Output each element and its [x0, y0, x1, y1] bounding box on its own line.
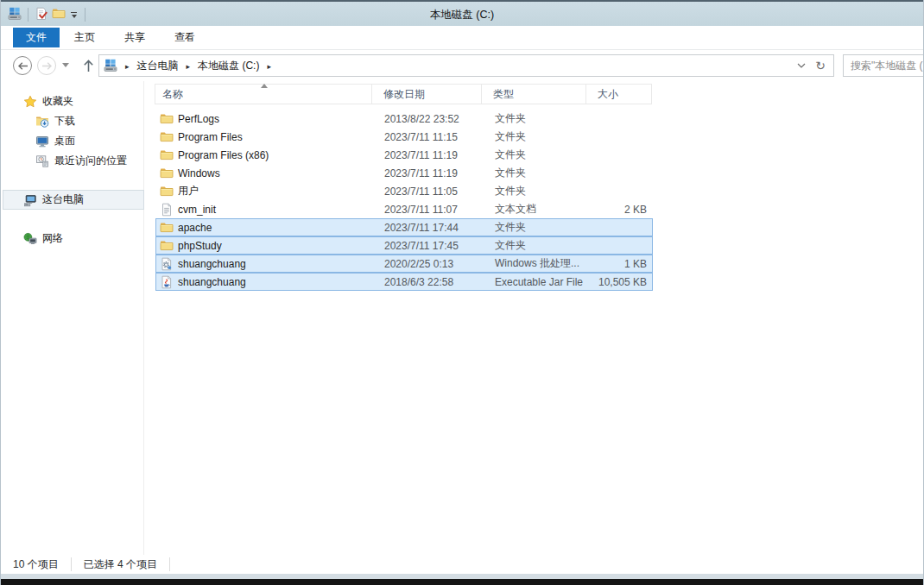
file-type: Windows 批处理...	[484, 256, 589, 271]
file-type: 文件夹	[484, 111, 589, 126]
breadcrumb-separator-icon: ▸	[180, 62, 197, 71]
folder-icon	[160, 167, 174, 180]
file-date: 2023/7/11 17:44	[373, 222, 484, 234]
navigation-pane: 收藏夹下载桌面最近访问的位置这台电脑网络	[1, 81, 144, 555]
breadcrumb-segment[interactable]: 这台电脑	[136, 60, 180, 72]
breadcrumb-segment[interactable]: 本地磁盘 (C:)	[196, 60, 261, 72]
file-rows: PerfLogs2013/8/22 23:52文件夹Program Files2…	[155, 110, 653, 291]
file-type: Executable Jar File	[484, 276, 589, 288]
forward-button[interactable]	[37, 56, 56, 75]
file-name: shuangchuang	[178, 258, 246, 270]
file-name: shuangchuang	[178, 276, 246, 288]
tab-file[interactable]: 文件	[13, 28, 60, 47]
file-type: 文件夹	[484, 129, 589, 144]
sidebar-item-label: 桌面	[54, 134, 75, 148]
file-name: Windows	[178, 167, 220, 179]
folder-icon	[160, 112, 174, 126]
column-header[interactable]: 修改日期	[371, 84, 482, 104]
file-size: 10,505 KB	[589, 276, 652, 288]
recent-places-icon	[35, 154, 49, 168]
explorer-window: 本地磁盘 (C:) 文件主页共享查看 ▸这台电脑▸本地磁盘 (C:)▸ ↻ 搜索…	[0, 0, 924, 585]
file-type: 文件夹	[484, 220, 589, 235]
file-date: 2020/2/25 0:13	[373, 258, 484, 270]
file-name: PerfLogs	[178, 113, 219, 125]
file-row[interactable]: 用户2023/7/11 11:05文件夹	[155, 182, 653, 200]
sidebar-item-label: 下载	[54, 114, 75, 129]
column-header-row: 名称修改日期类型大小	[155, 84, 652, 104]
file-type: 文件夹	[484, 148, 589, 162]
file-row[interactable]: cvm_init2023/7/11 11:07文本文档2 KB	[155, 200, 653, 218]
column-header[interactable]: 大小	[585, 84, 652, 104]
items-count: 10 个项目	[1, 557, 71, 572]
folder-icon	[160, 130, 174, 144]
file-date: 2023/7/11 17:45	[373, 240, 484, 252]
file-date: 2018/6/3 22:58	[373, 276, 484, 288]
address-dropdown-chevron-icon[interactable]	[789, 63, 813, 68]
up-button[interactable]	[79, 56, 98, 75]
batch-file-icon	[160, 257, 174, 271]
status-bar: 10 个项目 已选择 4 个项目	[1, 555, 923, 574]
text-file-icon	[160, 203, 174, 217]
file-row[interactable]: Program Files2023/7/11 11:15文件夹	[155, 128, 653, 146]
file-name: 用户	[178, 184, 199, 198]
file-date: 2023/7/11 11:05	[373, 186, 484, 198]
jar-file-icon	[160, 275, 174, 289]
downloads-icon	[35, 115, 49, 129]
column-header[interactable]: 名称	[155, 84, 372, 104]
refresh-icon[interactable]: ↻	[813, 59, 833, 72]
taskbar-edge	[1, 579, 923, 585]
titlebar: 本地磁盘 (C:)	[1, 0, 923, 26]
tab-view[interactable]: 查看	[160, 28, 210, 47]
file-size: 1 KB	[589, 258, 652, 270]
sidebar-item[interactable]: 桌面	[1, 131, 143, 151]
tab-share[interactable]: 共享	[110, 28, 160, 47]
breadcrumb-separator-icon: ▸	[261, 62, 277, 71]
column-header[interactable]: 类型	[481, 84, 586, 104]
sidebar-item[interactable]: 下载	[1, 111, 143, 131]
navigation-bar: ▸这台电脑▸本地磁盘 (C:)▸ ↻ 搜索"本地磁盘 (	[1, 50, 923, 81]
file-name: cvm_init	[178, 204, 216, 216]
main-area: 收藏夹下载桌面最近访问的位置这台电脑网络 名称修改日期类型大小 PerfLogs…	[1, 81, 923, 555]
sidebar-item[interactable]: 最近访问的位置	[1, 151, 143, 171]
file-row[interactable]: apache2023/7/11 17:44文件夹	[155, 218, 653, 236]
folder-icon	[160, 239, 174, 253]
file-row[interactable]: phpStudy2023/7/11 17:45文件夹	[155, 236, 653, 255]
file-type: 文件夹	[484, 238, 589, 253]
file-type: 文本文档	[484, 202, 589, 217]
file-row[interactable]: shuangchuang2018/6/3 22:58Executable Jar…	[155, 273, 653, 291]
file-name: apache	[178, 222, 212, 234]
tab-home[interactable]: 主页	[60, 28, 110, 47]
file-row[interactable]: Windows2023/7/11 11:19文件夹	[155, 164, 653, 182]
sidebar-item-label: 收藏夹	[42, 94, 73, 109]
back-button[interactable]	[13, 56, 32, 75]
file-date: 2023/7/11 11:07	[373, 204, 484, 216]
file-row[interactable]: Program Files (x86)2023/7/11 11:19文件夹	[155, 146, 653, 164]
sidebar-item[interactable]: 这台电脑	[3, 190, 144, 210]
window-title: 本地磁盘 (C:)	[1, 8, 923, 22]
drive-icon	[104, 59, 117, 72]
ribbon-tab-bar: 文件主页共享查看	[1, 26, 923, 50]
star-icon	[23, 95, 37, 109]
recent-locations-chevron-icon[interactable]	[62, 63, 69, 67]
folder-icon	[160, 185, 174, 198]
file-list-pane: 名称修改日期类型大小 PerfLogs2013/8/22 23:52文件夹Pro…	[144, 81, 923, 555]
file-row[interactable]: PerfLogs2013/8/22 23:52文件夹	[155, 110, 653, 128]
folder-icon	[160, 148, 174, 162]
sidebar-item-label: 这台电脑	[42, 192, 84, 207]
status-divider	[169, 557, 170, 571]
file-date: 2023/7/11 11:15	[373, 131, 484, 143]
file-date: 2013/8/22 23:52	[373, 113, 484, 125]
file-size: 2 KB	[589, 204, 652, 216]
network-icon	[23, 232, 37, 246]
breadcrumb-separator-icon: ▸	[119, 62, 136, 71]
breadcrumb: ▸这台电脑▸本地磁盘 (C:)▸	[119, 59, 277, 73]
sidebar-item-label: 网络	[42, 231, 63, 246]
address-bar[interactable]: ▸这台电脑▸本地磁盘 (C:)▸ ↻	[98, 54, 834, 77]
sidebar-item[interactable]: 网络	[1, 229, 143, 248]
file-date: 2023/7/11 11:19	[373, 149, 484, 161]
file-name: Program Files (x86)	[178, 149, 269, 161]
file-type: 文件夹	[484, 166, 589, 180]
search-input[interactable]: 搜索"本地磁盘 (	[843, 54, 924, 77]
sidebar-item[interactable]: 收藏夹	[1, 91, 143, 111]
file-row[interactable]: shuangchuang2020/2/25 0:13Windows 批处理...…	[155, 255, 653, 273]
